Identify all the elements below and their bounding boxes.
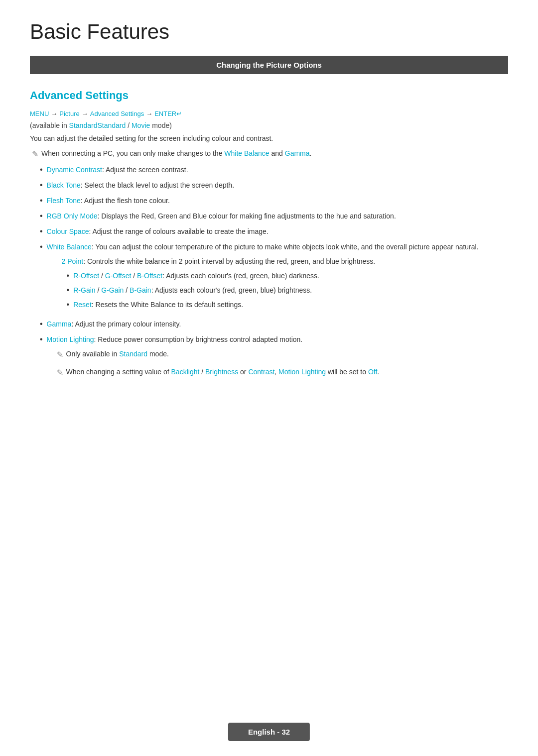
gamma-link: Gamma xyxy=(47,320,72,328)
note-icon-3: ✎ xyxy=(57,367,63,379)
list-item: R-Offset / G-Offset / B-Offset: Adjusts … xyxy=(67,271,508,281)
list-item: R-Gain / G-Gain / B-Gain: Adjusts each c… xyxy=(67,285,508,296)
backlight-link: Backlight xyxy=(171,368,200,376)
movie-link: Movie xyxy=(132,121,150,129)
dynamic-contrast-link: Dynamic Contrast xyxy=(47,166,102,174)
mode-end: mode) xyxy=(152,121,172,129)
availability-text: (available in xyxy=(30,121,67,129)
arrow1: → xyxy=(51,110,57,117)
note-icon: ✎ xyxy=(32,149,38,159)
contrast-link: Contrast xyxy=(248,368,274,376)
menu-label: MENU xyxy=(30,110,49,117)
section-header: Changing the Picture Options xyxy=(30,56,508,74)
list-item: Colour Space: Adjust the range of colour… xyxy=(40,226,508,237)
list-item: White Balance: You can adjust the colour… xyxy=(40,242,508,314)
list-item: Dynamic Contrast: Adjust the screen cont… xyxy=(40,165,508,175)
main-bullet-list: Dynamic Contrast: Adjust the screen cont… xyxy=(30,165,508,385)
main-description: You can adjust the detailed setting for … xyxy=(30,134,508,142)
pc-note: ✎ When connecting a PC, you can only mak… xyxy=(30,149,508,159)
black-tone-link: Black Tone xyxy=(47,181,81,189)
standard-mode-link: Standard xyxy=(69,121,98,129)
standard-link: Standard xyxy=(119,350,147,358)
list-item: Black Tone: Select the black level to ad… xyxy=(40,180,508,191)
footer-label: English - 32 xyxy=(228,723,310,741)
menu-path: MENU → Picture → Advanced Settings → ENT… xyxy=(30,110,508,117)
list-item: Flesh Tone: Adjust the flesh tone colour… xyxy=(40,196,508,206)
brightness-link: Brightness xyxy=(205,368,238,376)
sub-bullet-list: R-Offset / G-Offset / B-Offset: Adjusts … xyxy=(62,271,508,310)
pc-note-text: When connecting a PC, you can only make … xyxy=(41,149,311,157)
advanced-settings-title: Advanced Settings xyxy=(30,89,508,102)
flesh-tone-link: Flesh Tone xyxy=(47,197,81,205)
motion-note1: ✎ Only available in Standard mode. ✎ Whe… xyxy=(47,349,508,379)
note-icon-2: ✎ xyxy=(57,349,63,361)
list-item: Gamma: Adjust the primary colour intensi… xyxy=(40,319,508,329)
white-balance-link: White Balance xyxy=(47,243,92,251)
gamma-inline: Gamma xyxy=(285,149,310,157)
two-point-label: 2 Point: Controls the white balance in 2… xyxy=(62,256,508,267)
enter-label: ENTER↵ xyxy=(154,110,182,117)
list-item: RGB Only Mode: Displays the Red, Green a… xyxy=(40,211,508,221)
two-point-subsection: 2 Point: Controls the white balance in 2… xyxy=(47,256,508,310)
arrow3: → xyxy=(146,110,152,117)
off-link: Off xyxy=(368,368,377,376)
slash-separator: / xyxy=(128,121,130,129)
picture-label: Picture xyxy=(59,110,79,117)
rgb-only-mode-link: RGB Only Mode xyxy=(47,212,98,220)
page-title: Basic Features xyxy=(30,20,508,44)
list-item: Reset: Resets the White Balance to its d… xyxy=(67,300,508,310)
colour-space-link: Colour Space xyxy=(47,227,89,235)
arrow2: → xyxy=(82,110,88,117)
list-item: Motion Lighting: Reduce power consumptio… xyxy=(40,334,508,385)
availability-note: (available in StandardStandard / Movie m… xyxy=(30,121,508,129)
advanced-settings-link: Advanced Settings xyxy=(90,110,144,117)
motion-lighting-ref: Motion Lighting xyxy=(278,368,326,376)
white-balance-inline: White Balance xyxy=(224,149,269,157)
motion-lighting-link: Motion Lighting xyxy=(47,335,94,343)
